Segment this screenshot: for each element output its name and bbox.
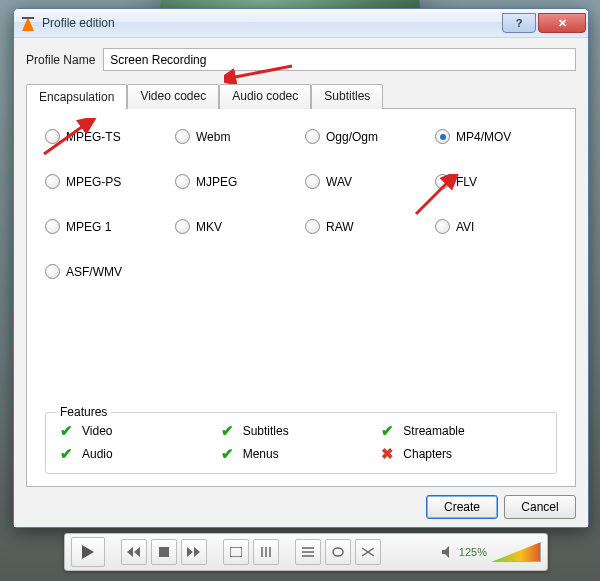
- radio-ogg-ogm[interactable]: Ogg/Ogm: [305, 129, 427, 144]
- check-icon: ✔: [60, 446, 76, 461]
- radio-avi[interactable]: AVI: [435, 219, 557, 234]
- vlc-cone-icon: [20, 15, 36, 31]
- radio-indicator: [45, 264, 60, 279]
- radio-label: Webm: [196, 130, 230, 144]
- radio-label: MKV: [196, 220, 222, 234]
- radio-indicator: [435, 129, 450, 144]
- radio-label: MJPEG: [196, 175, 237, 189]
- radio-label: FLV: [456, 175, 477, 189]
- profile-name-input[interactable]: [103, 48, 576, 71]
- check-icon: ✔: [221, 446, 237, 461]
- skip-back-button[interactable]: [121, 539, 147, 565]
- skip-forward-button[interactable]: [181, 539, 207, 565]
- radio-indicator: [45, 174, 60, 189]
- radio-mkv[interactable]: MKV: [175, 219, 297, 234]
- feature-chapters: ✖Chapters: [381, 446, 542, 461]
- profile-name-row: Profile Name: [26, 48, 576, 71]
- feature-label: Subtitles: [243, 424, 289, 438]
- features-title: Features: [56, 405, 111, 419]
- fullscreen-button[interactable]: [223, 539, 249, 565]
- dialog-body: Profile Name EncapsulationVideo codecAud…: [14, 38, 588, 527]
- radio-mpeg-ps[interactable]: MPEG-PS: [45, 174, 167, 189]
- features-group: Features ✔Video✔Subtitles✔Streamable✔Aud…: [45, 412, 557, 474]
- volume-slider[interactable]: [491, 542, 541, 562]
- window-title: Profile edition: [42, 16, 115, 30]
- feature-label: Streamable: [403, 424, 464, 438]
- radio-raw[interactable]: RAW: [305, 219, 427, 234]
- dialog-buttons: Create Cancel: [26, 487, 576, 519]
- radio-flv[interactable]: FLV: [435, 174, 557, 189]
- radio-wav[interactable]: WAV: [305, 174, 427, 189]
- feature-label: Menus: [243, 447, 279, 461]
- radio-mjpeg[interactable]: MJPEG: [175, 174, 297, 189]
- shuffle-button[interactable]: [355, 539, 381, 565]
- feature-streamable: ✔Streamable: [381, 423, 542, 438]
- radio-label: MPEG-TS: [66, 130, 121, 144]
- radio-label: MP4/MOV: [456, 130, 511, 144]
- speaker-icon: [441, 545, 455, 559]
- radio-label: Ogg/Ogm: [326, 130, 378, 144]
- radio-indicator: [175, 219, 190, 234]
- feature-audio: ✔Audio: [60, 446, 221, 461]
- tab-subtitles[interactable]: Subtitles: [311, 84, 383, 109]
- feature-menus: ✔Menus: [221, 446, 382, 461]
- volume-text: 125%: [459, 546, 487, 558]
- feature-subtitles: ✔Subtitles: [221, 423, 382, 438]
- tabs: EncapsulationVideo codecAudio codecSubti…: [26, 83, 576, 487]
- volume-control[interactable]: 125%: [441, 542, 541, 562]
- profile-edition-dialog: Profile edition ? ✕ Profile Name Encapsu…: [13, 8, 589, 528]
- close-button[interactable]: ✕: [538, 13, 586, 33]
- radio-indicator: [45, 129, 60, 144]
- radio-indicator: [305, 219, 320, 234]
- tab-encapsulation[interactable]: Encapsulation: [26, 84, 127, 109]
- radio-mpeg-ts[interactable]: MPEG-TS: [45, 129, 167, 144]
- radio-mpeg-1[interactable]: MPEG 1: [45, 219, 167, 234]
- titlebar[interactable]: Profile edition ? ✕: [14, 9, 588, 38]
- tab-audio-codec[interactable]: Audio codec: [219, 84, 311, 109]
- feature-label: Chapters: [403, 447, 452, 461]
- radio-webm[interactable]: Webm: [175, 129, 297, 144]
- feature-video: ✔Video: [60, 423, 221, 438]
- radio-indicator: [305, 174, 320, 189]
- equalizer-button[interactable]: [253, 539, 279, 565]
- tab-video-codec[interactable]: Video codec: [127, 84, 219, 109]
- stop-button[interactable]: [151, 539, 177, 565]
- tab-panel-encapsulation: MPEG-TSWebmOgg/OgmMP4/MOVMPEG-PSMJPEGWAV…: [26, 108, 576, 487]
- feature-label: Audio: [82, 447, 113, 461]
- svg-rect-4: [230, 547, 242, 557]
- player-control-bar: 125%: [64, 533, 548, 571]
- cross-icon: ✖: [381, 446, 397, 461]
- play-button[interactable]: [71, 537, 105, 567]
- svg-rect-3: [159, 547, 169, 557]
- create-button[interactable]: Create: [426, 495, 498, 519]
- radio-label: WAV: [326, 175, 352, 189]
- radio-indicator: [305, 129, 320, 144]
- check-icon: ✔: [381, 423, 397, 438]
- radio-label: MPEG 1: [66, 220, 111, 234]
- radio-indicator: [175, 174, 190, 189]
- radio-indicator: [435, 174, 450, 189]
- radio-label: AVI: [456, 220, 474, 234]
- radio-asf-wmv[interactable]: ASF/WMV: [45, 264, 167, 279]
- radio-indicator: [45, 219, 60, 234]
- radio-indicator: [175, 129, 190, 144]
- radio-indicator: [435, 219, 450, 234]
- radio-label: RAW: [326, 220, 354, 234]
- radio-mp4-mov[interactable]: MP4/MOV: [435, 129, 557, 144]
- check-icon: ✔: [60, 423, 76, 438]
- feature-label: Video: [82, 424, 112, 438]
- radio-label: ASF/WMV: [66, 265, 122, 279]
- playlist-button[interactable]: [295, 539, 321, 565]
- profile-name-label: Profile Name: [26, 53, 95, 67]
- loop-button[interactable]: [325, 539, 351, 565]
- cancel-button[interactable]: Cancel: [504, 495, 576, 519]
- check-icon: ✔: [221, 423, 237, 438]
- help-button[interactable]: ?: [502, 13, 536, 33]
- radio-label: MPEG-PS: [66, 175, 121, 189]
